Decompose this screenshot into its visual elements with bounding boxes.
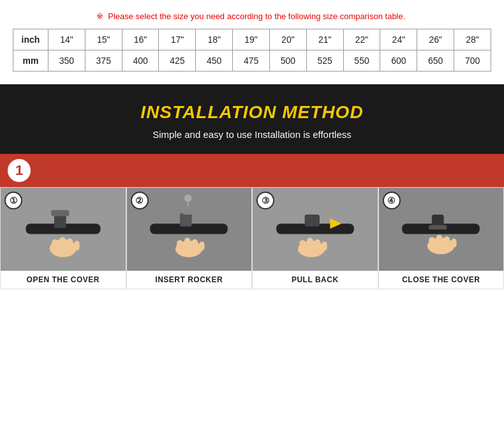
table-mm-cell: 550 — [343, 50, 380, 72]
svg-rect-31 — [436, 234, 442, 248]
step-badge: ④ — [383, 192, 401, 209]
step-label: PULL BACK — [289, 271, 341, 289]
svg-rect-19 — [304, 215, 319, 227]
step-image-box: ④ — [379, 188, 504, 271]
table-inch-cell: 26" — [417, 29, 454, 50]
svg-rect-4 — [52, 239, 57, 251]
svg-rect-28 — [429, 225, 447, 229]
svg-rect-16 — [192, 239, 198, 250]
svg-rect-5 — [59, 237, 65, 250]
svg-rect-2 — [51, 210, 69, 216]
table-inch-cell: 14" — [48, 29, 85, 50]
step-badge: ② — [131, 192, 149, 209]
table-inch-cell: 22" — [343, 29, 380, 50]
table-inch-cell: 17" — [159, 29, 196, 50]
table-mm-cell: 600 — [380, 50, 417, 72]
svg-rect-33 — [452, 238, 457, 247]
svg-rect-24 — [315, 239, 320, 250]
table-mm-cell: 400 — [122, 50, 159, 72]
step-image-box: ③ — [253, 188, 378, 271]
svg-rect-30 — [429, 237, 435, 248]
table-inch-cell: 19" — [233, 29, 270, 50]
step-label: CLOSE THE COVER — [399, 271, 482, 289]
steps-images-row: ① OPEN THE COVER② INSERT ROCKER③ — [0, 187, 504, 289]
svg-rect-15 — [184, 238, 190, 251]
table-mm-cell: 350 — [48, 50, 85, 72]
step-header-bar: 1 — [0, 154, 504, 187]
notice-text: ※ Please select the size you need accord… — [13, 11, 491, 21]
svg-rect-9 — [180, 213, 192, 226]
step-item: ② INSERT ROCKER — [126, 187, 253, 289]
table-inch-cell: 15" — [85, 29, 122, 50]
size-comparison-table: inch14"15"16"17"18"19"20"21"22"24"26"28"… — [13, 29, 491, 72]
steps-section: 1 ① OPEN THE COVER② INSERT ROCKER③ — [0, 154, 504, 289]
table-inch-cell: 24" — [380, 29, 417, 50]
step-badge: ③ — [256, 192, 274, 209]
table-mm-cell: 500 — [269, 50, 306, 72]
step-badge: ① — [4, 192, 22, 209]
svg-rect-27 — [432, 215, 444, 227]
svg-rect-32 — [444, 236, 450, 248]
step-item: ④ CLOSE THE COVER — [378, 187, 505, 289]
step-label: INSERT ROCKER — [152, 271, 225, 289]
step-item: ① OPEN THE COVER — [0, 187, 126, 289]
notice-body: Please select the size you need accordin… — [106, 11, 406, 21]
table-mm-cell: 525 — [306, 50, 343, 72]
table-mm-cell: 700 — [454, 50, 491, 72]
step-label: OPEN THE COVER — [24, 271, 102, 289]
step-number: 1 — [8, 159, 31, 182]
installation-banner: INSTALLATION METHOD Simple and easy to u… — [0, 84, 504, 154]
top-section: ※ Please select the size you need accord… — [0, 0, 504, 84]
table-mm-cell: 450 — [196, 50, 233, 72]
table-mm-cell: 475 — [233, 50, 270, 72]
svg-rect-17 — [200, 241, 205, 250]
table-inch-cell: 18" — [196, 29, 233, 50]
table-inch-cell: 21" — [306, 29, 343, 50]
svg-rect-10 — [183, 207, 193, 215]
table-mm-cell: 650 — [417, 50, 454, 72]
svg-point-12 — [184, 194, 192, 202]
svg-rect-6 — [67, 238, 73, 250]
svg-rect-14 — [177, 239, 183, 251]
installation-title: INSTALLATION METHOD — [13, 102, 491, 123]
svg-rect-25 — [322, 241, 327, 250]
installation-subtitle: Simple and easy to use Installation is e… — [13, 129, 491, 140]
table-inch-label: inch — [13, 29, 48, 50]
table-mm-label: mm — [13, 50, 48, 72]
table-mm-cell: 425 — [159, 50, 196, 72]
svg-rect-23 — [307, 238, 313, 251]
notice-symbol: ※ — [96, 11, 103, 21]
table-inch-cell: 20" — [269, 29, 306, 50]
step-image-box: ① — [1, 188, 126, 271]
table-mm-cell: 375 — [85, 50, 122, 72]
step-image-box: ② — [127, 188, 252, 271]
table-inch-cell: 16" — [122, 29, 159, 50]
step-item: ③ PULL BACK — [252, 187, 378, 289]
table-inch-cell: 28" — [454, 29, 491, 50]
svg-rect-7 — [74, 241, 79, 250]
svg-rect-22 — [299, 239, 305, 251]
